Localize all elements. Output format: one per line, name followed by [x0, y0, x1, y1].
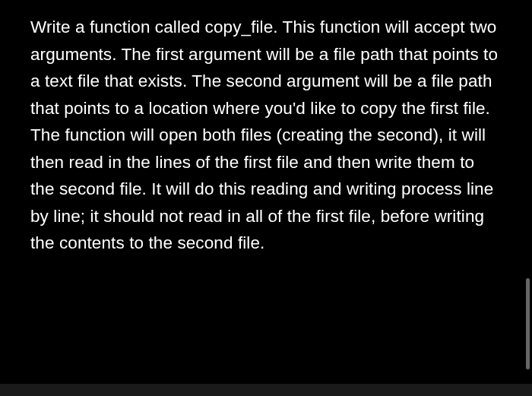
instruction-paragraph: Write a function called copy_file. This … [30, 14, 502, 257]
instruction-text-container: Write a function called copy_file. This … [0, 0, 532, 257]
bottom-bar [0, 384, 532, 396]
scrollbar-thumb[interactable] [526, 278, 530, 369]
scrollbar-track[interactable] [526, 0, 530, 396]
